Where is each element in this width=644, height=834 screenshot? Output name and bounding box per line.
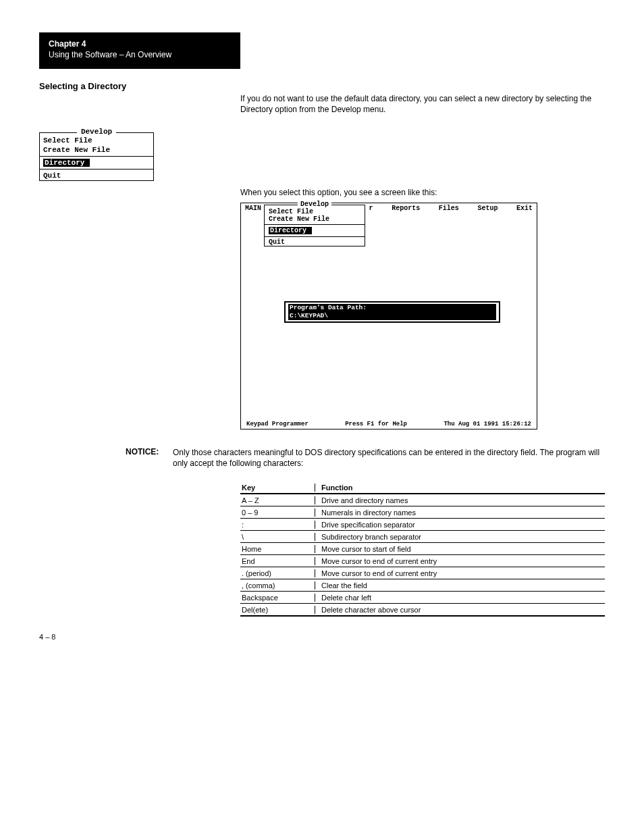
table-row: :Drive specification separator <box>240 519 605 531</box>
dropdown-title: Develop <box>298 201 331 208</box>
status-mid: Press F1 for Help <box>345 421 407 427</box>
col-function: Function <box>316 484 605 492</box>
small-menu-directory[interactable]: Directory <box>43 159 90 167</box>
table-row: EndMove cursor to end of current entry <box>240 555 605 567</box>
page-number: 4 – 8 <box>39 633 605 641</box>
menubar-reports[interactable]: Reports <box>392 205 420 212</box>
develop-dropdown: Develop Select File Create New File Dire… <box>264 205 365 246</box>
menubar-files[interactable]: Files <box>439 205 459 212</box>
table-row: A – ZDrive and directory names <box>240 494 605 506</box>
dropdown-create-new[interactable]: Create New File <box>265 215 365 223</box>
table-row: 0 – 9Numerals in directory names <box>240 506 605 519</box>
menubar-r[interactable]: r <box>369 205 373 212</box>
col-key: Key <box>240 484 315 492</box>
chapter-header: Chapter 4 Using the Software – An Overvi… <box>39 32 240 69</box>
dropdown-quit[interactable]: Quit <box>265 238 365 246</box>
path-input[interactable]: C:\KEYPAD\ <box>288 312 496 320</box>
menubar-setup[interactable]: Setup <box>477 205 498 212</box>
screenshot-box: MAIN r Reports Files Setup Exit Develop … <box>240 203 537 429</box>
key-function-table: Key Function A – ZDrive and directory na… <box>240 484 605 617</box>
small-menu-item[interactable]: Create New File <box>40 145 153 155</box>
status-right: Thu Aug 01 1991 15:26:12 <box>444 421 531 427</box>
small-menu-quit[interactable]: Quit <box>40 171 153 180</box>
menubar-exit[interactable]: Exit <box>516 205 533 212</box>
table-row: Del(ete)Delete character above cursor <box>240 604 605 617</box>
chapter-title: Using the Software – An Overview <box>49 50 231 59</box>
develop-menu-small: Develop Select File Create New File Dire… <box>39 132 154 181</box>
notice-label: NOTICE: <box>126 447 173 469</box>
table-row: . (period)Move cursor to end of current … <box>240 567 605 579</box>
table-row: \Subdirectory branch separator <box>240 531 605 543</box>
chapter-label: Chapter 4 <box>49 39 231 49</box>
dropdown-select-file[interactable]: Select File <box>265 208 365 215</box>
table-row: , (comma)Clear the field <box>240 579 605 592</box>
data-path-box: Program's Data Path: C:\KEYPAD\ <box>284 301 500 323</box>
dropdown-directory[interactable]: Directory <box>269 227 312 234</box>
menubar-main[interactable]: MAIN <box>245 205 261 212</box>
notice-text: Only those characters meaningful to DOS … <box>173 447 605 469</box>
table-row: BackspaceDelete char left <box>240 592 605 604</box>
table-row: HomeMove cursor to start of field <box>240 543 605 555</box>
when-select-text: When you select this option, you see a s… <box>240 188 605 199</box>
small-menu-title: Develop <box>77 128 116 136</box>
section-heading: Selecting a Directory <box>39 81 605 91</box>
small-menu-item[interactable]: Select File <box>40 136 153 145</box>
status-left: Keypad Programmer <box>246 421 308 427</box>
intro-paragraph: If you do not want to use the default da… <box>240 94 605 115</box>
path-label: Program's Data Path: <box>288 304 496 312</box>
